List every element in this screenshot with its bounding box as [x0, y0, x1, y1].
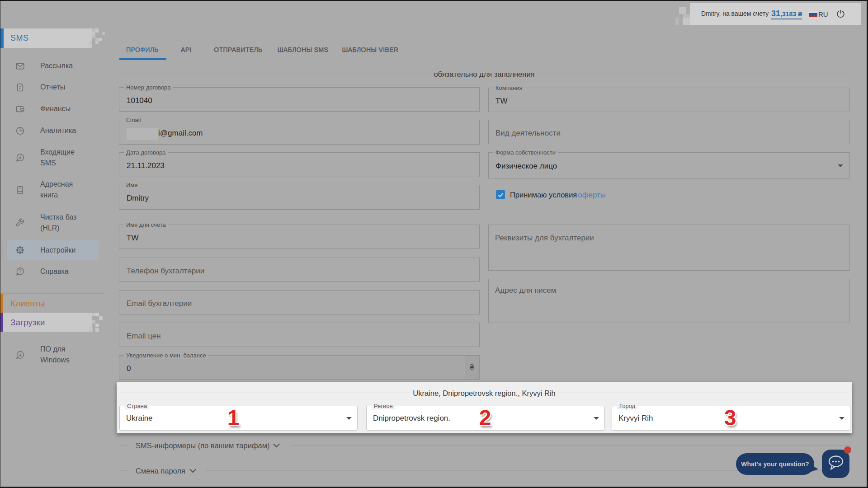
svg-text:?: ? — [19, 268, 22, 274]
